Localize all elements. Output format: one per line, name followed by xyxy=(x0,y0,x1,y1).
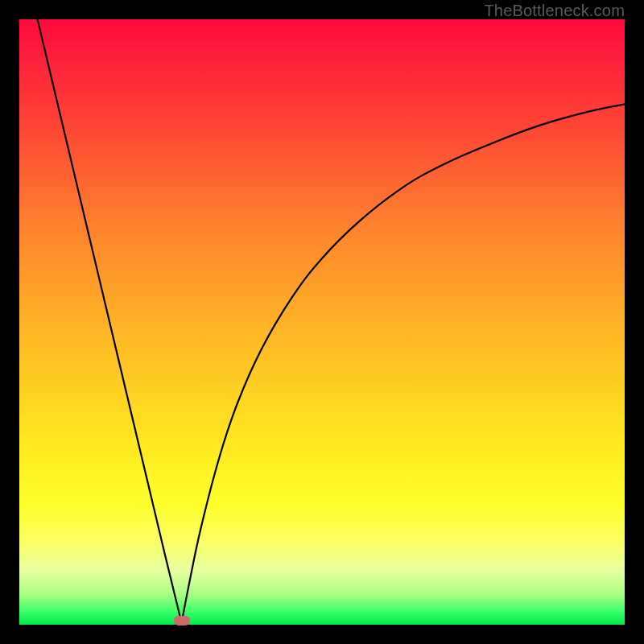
attribution-text: TheBottleneck.com xyxy=(484,2,625,20)
chart-frame: TheBottleneck.com xyxy=(0,0,644,644)
plot-area xyxy=(19,19,625,625)
vertex-marker xyxy=(174,616,190,625)
bottleneck-curve xyxy=(19,19,625,625)
